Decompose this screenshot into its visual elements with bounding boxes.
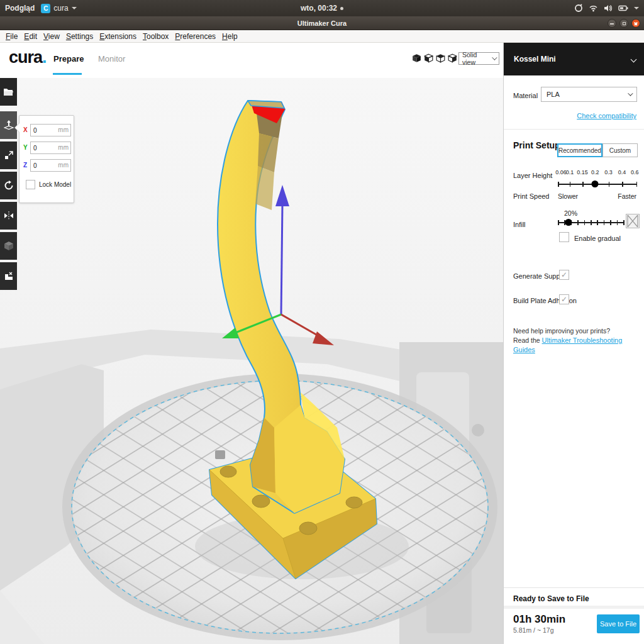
menu-extensions[interactable]: Extensions bbox=[96, 32, 140, 41]
custom-mode-button[interactable]: Custom bbox=[602, 143, 638, 157]
check-compatibility-link[interactable]: Check compatibility bbox=[577, 112, 636, 119]
tab-prepare[interactable]: Prepare bbox=[53, 54, 84, 64]
z-axis-label: Z bbox=[23, 162, 27, 169]
machine-selector[interactable]: Kossel Mini bbox=[504, 43, 644, 75]
machine-name: Kossel Mini bbox=[514, 55, 556, 64]
transform-panel: X mm Y mm Z mm Lock Model bbox=[19, 115, 74, 203]
enable-gradual-label: Enable gradual bbox=[574, 235, 621, 242]
os-activity-menu[interactable]: Podgląd bbox=[5, 4, 35, 13]
os-top-bar: Podgląd C cura wto, 00:32 bbox=[0, 0, 644, 16]
unit-label: mm bbox=[58, 126, 69, 133]
viewport-3d[interactable]: KM_uchwyt_do_grzejnika_01 73.2 x 40.0 x … bbox=[0, 78, 503, 644]
scale-tool-button[interactable] bbox=[0, 142, 17, 169]
print-setup-title: Print Setup bbox=[513, 140, 560, 150]
generate-support-checkbox[interactable]: ✓ bbox=[559, 270, 569, 280]
view-top-icon[interactable] bbox=[436, 53, 445, 63]
move-tool-button[interactable] bbox=[0, 111, 17, 139]
close-button[interactable] bbox=[631, 19, 640, 28]
job-progress-bar bbox=[504, 606, 644, 609]
battery-icon[interactable] bbox=[618, 4, 628, 13]
material-usage-estimate: 5.81m / ~ 17g bbox=[513, 626, 554, 634]
layer-height-tick-labels: 0.06 0.1 0.15 0.2 0.3 0.4 0.6 bbox=[558, 169, 637, 175]
support-blocker-button[interactable] bbox=[0, 262, 17, 290]
infill-slider[interactable] bbox=[558, 218, 623, 227]
menu-file[interactable]: File bbox=[3, 32, 21, 41]
open-file-button[interactable] bbox=[0, 78, 17, 106]
infill-value: 20% bbox=[564, 209, 577, 217]
cura-logo: cura. bbox=[9, 48, 47, 67]
material-label: Material bbox=[513, 92, 538, 99]
view-mode-dropdown[interactable]: Solid view bbox=[458, 52, 499, 65]
small-debris bbox=[215, 450, 225, 459]
lock-model-checkbox[interactable] bbox=[26, 180, 35, 189]
input-indicator-icon[interactable] bbox=[574, 4, 583, 13]
save-to-file-button[interactable]: Save to File bbox=[597, 614, 640, 633]
unit-label: mm bbox=[58, 144, 69, 151]
menu-toolbox[interactable]: Toolbox bbox=[140, 32, 172, 41]
per-model-settings-button[interactable] bbox=[0, 232, 17, 260]
layer-height-slider[interactable] bbox=[558, 180, 637, 189]
cura-app-icon: C bbox=[41, 4, 50, 13]
material-dropdown[interactable]: PLA bbox=[541, 87, 637, 102]
chevron-down-icon bbox=[631, 56, 637, 62]
print-time-estimate: 01h 30min bbox=[513, 613, 565, 626]
infill-handle[interactable] bbox=[565, 219, 572, 226]
print-setup-mode-switch: Recommended Custom bbox=[557, 143, 638, 157]
settings-panel: Kossel Mini Material PLA Check compatibi… bbox=[503, 43, 644, 644]
panel-pointer bbox=[15, 123, 19, 132]
job-area: Ready to Save to File 01h 30min 5.81m / … bbox=[504, 587, 644, 644]
chevron-down-icon bbox=[72, 7, 77, 9]
menu-settings[interactable]: Settings bbox=[63, 32, 96, 41]
infill-preview-icon bbox=[626, 214, 640, 228]
view-left-icon[interactable] bbox=[448, 53, 457, 63]
menu-bar: File Edit View Settings Extensions Toolb… bbox=[0, 30, 644, 43]
x-axis-label: X bbox=[23, 126, 28, 133]
y-axis-label: Y bbox=[23, 144, 28, 151]
print-speed-slower: Slower bbox=[558, 192, 578, 200]
tab-monitor[interactable]: Monitor bbox=[98, 54, 125, 64]
notification-dot-icon bbox=[340, 7, 343, 10]
active-tab-underline bbox=[53, 73, 82, 75]
job-status: Ready to Save to File bbox=[513, 594, 589, 603]
print-speed-faster: Faster bbox=[618, 192, 636, 200]
view-front-icon[interactable] bbox=[424, 53, 433, 63]
chevron-down-icon[interactable] bbox=[634, 7, 639, 9]
chevron-down-icon bbox=[628, 91, 633, 96]
rotate-tool-button[interactable] bbox=[0, 172, 17, 199]
menu-help[interactable]: Help bbox=[219, 32, 241, 41]
mirror-tool-button[interactable] bbox=[0, 202, 17, 230]
help-block: Need help improving your prints? Read th… bbox=[513, 326, 644, 355]
axis-z[interactable] bbox=[281, 205, 282, 314]
minimize-button[interactable] bbox=[608, 19, 616, 28]
print-speed-label: Print Speed bbox=[513, 192, 549, 200]
volume-icon[interactable] bbox=[604, 4, 613, 13]
os-app-name: cura bbox=[53, 4, 68, 13]
wifi-icon[interactable] bbox=[589, 4, 598, 13]
menu-edit[interactable]: Edit bbox=[21, 32, 40, 41]
enable-gradual-checkbox[interactable] bbox=[559, 232, 569, 242]
recommended-mode-button[interactable]: Recommended bbox=[557, 143, 602, 157]
infill-label: Infill bbox=[513, 221, 526, 228]
os-clock[interactable]: wto, 00:32 bbox=[301, 4, 337, 13]
divider bbox=[504, 129, 644, 130]
layer-height-label: Layer Height bbox=[513, 172, 552, 179]
window-title-bar: Ultimaker Cura bbox=[0, 16, 644, 30]
scene-svg bbox=[0, 78, 503, 644]
window-title: Ultimaker Cura bbox=[0, 16, 644, 30]
help-line1: Need help improving your prints? bbox=[513, 326, 644, 336]
unit-label: mm bbox=[58, 162, 69, 169]
menu-view[interactable]: View bbox=[40, 32, 63, 41]
chevron-down-icon bbox=[492, 55, 497, 60]
layer-height-handle[interactable] bbox=[592, 180, 599, 187]
lock-model-label: Lock Model bbox=[39, 181, 71, 188]
maximize-button[interactable] bbox=[619, 19, 628, 28]
view-3d-icon[interactable] bbox=[412, 53, 421, 63]
build-plate-adhesion-checkbox[interactable]: ✓ bbox=[559, 294, 569, 304]
os-app-menu[interactable]: C cura bbox=[41, 4, 76, 13]
menu-preferences[interactable]: Preferences bbox=[172, 32, 219, 41]
